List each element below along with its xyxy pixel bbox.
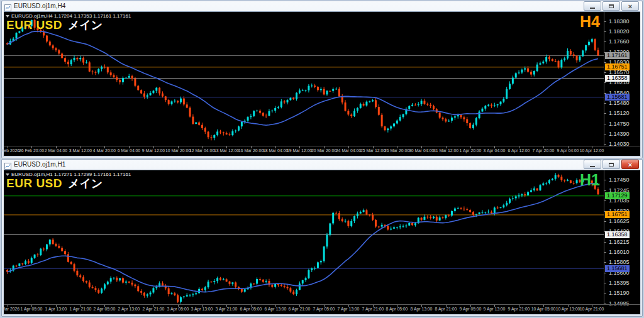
candlestick [195,293,197,295]
minimize-icon [590,8,595,9]
candlestick [552,59,553,61]
candlestick [567,180,569,181]
candlestick [430,217,431,218]
candlestick [512,78,514,84]
candlestick [494,207,496,213]
candlestick [357,214,358,216]
candlestick [268,111,270,116]
maximize-button[interactable] [602,1,620,11]
time-tick-label: 9 Apr 13:00 [484,307,506,312]
candlestick [74,264,75,270]
candlestick [329,223,331,234]
candlestick [134,285,136,287]
candlestick [487,212,489,212]
candlestick [82,277,84,281]
candlestick [521,70,523,73]
price-axis[interactable]: 1.174501.172451.170351.168301.166251.164… [604,170,640,305]
window-titlebar[interactable]: EURUSD.oj1m,H1 × [2,160,642,169]
candlestick [55,244,57,246]
time-tick-label: 9 Apr 21:00 [508,307,530,312]
candlestick [539,185,541,190]
candlestick [140,291,142,292]
candlestick [287,100,289,102]
dropdown-arrow-icon[interactable] [6,173,9,176]
dropdown-arrow-icon[interactable] [6,15,9,18]
candlestick [329,91,331,92]
candlestick [265,281,267,282]
candlestick [585,45,587,50]
candlestick [323,89,325,95]
price-tick-label: 1.15120 [609,110,630,116]
candlestick [119,80,121,82]
candlestick [25,261,26,264]
watermark-note-text: メイン [68,177,103,190]
candlestick [332,89,334,91]
candlestick [152,90,154,92]
minimize-icon [590,166,595,167]
time-tick-label: 25 Mar 12:00 [360,148,386,153]
candlestick [524,194,526,195]
candlestick [137,286,139,291]
candlestick [271,285,273,287]
candlestick [441,118,443,119]
candlestick [341,219,343,221]
close-button[interactable]: × [621,160,639,169]
time-tick-label: 24 Mar 04:00 [336,148,361,153]
window-titlebar[interactable]: EURUSD.oj1m,H4 × [2,1,642,11]
candlestick [399,117,401,121]
candlestick [381,225,383,227]
candlestick [433,217,435,219]
time-tick-label: 31 Mar 12:00 [433,148,458,153]
candlestick [345,221,347,221]
maximize-button[interactable] [602,160,620,169]
time-tick-label: 6 Mar 04:00 [118,148,140,153]
price-tick [604,242,606,243]
candlestick [423,101,425,104]
price-tick-label: 1.16010 [609,249,630,255]
time-axis[interactable]: 25 Feb 202626 Feb 20:002 Mar 04:003 Mar … [4,146,640,156]
candlestick [216,278,218,281]
close-button[interactable]: × [621,1,639,11]
chart-canvas-h4[interactable]: EURUSD.oj1m,H4 1.17204 1.17353 1.17161 1… [4,11,640,156]
price-axis[interactable]: 1.183801.180201.176601.172901.169301.165… [604,12,640,146]
chart-canvas-h1[interactable]: EURUSD.oj1m,H1 1.17271 1.17299 1.17161 1… [4,170,640,314]
minimize-button[interactable] [584,160,601,169]
candlestick [357,108,358,111]
candlestick [216,131,218,134]
time-tick-label: 10 Apr 13:00 [555,307,580,312]
candlestick [70,60,72,64]
candlestick [527,192,529,195]
candlestick [104,284,106,288]
time-tick-label: 16 Mar 20:00 [238,148,264,153]
candlestick [527,69,529,72]
candlestick [387,128,389,130]
candlestick [548,57,550,59]
candlestick [204,287,206,290]
time-tick-label: 1 Apr 05:00 [21,307,43,312]
candlestick [292,98,294,99]
candlestick [67,254,69,261]
candlestick [576,56,578,60]
time-tick-label: 7 Apr 20:00 [532,148,554,153]
candlestick [140,90,142,93]
window-title: EURUSD.oj1m,H4 [14,3,65,9]
candlestick [137,86,139,90]
candlestick [226,133,228,134]
candlestick [560,177,562,180]
time-axis[interactable]: 31 Mar 20261 Apr 05:001 Apr 13:001 Apr 2… [4,304,640,314]
candlestick [180,99,182,102]
candlestick [545,183,547,184]
candlestick [241,122,243,126]
candlestick [292,292,294,294]
minimize-button[interactable] [584,1,601,11]
candlestick [253,111,255,116]
candlestick [506,203,508,206]
price-tick [604,134,606,134]
candlestick [55,48,57,50]
candlestick [375,100,377,107]
candlestick [530,190,532,192]
candlestick [280,285,282,286]
candlestick [97,290,99,293]
candlestick [345,102,347,111]
candlestick [89,282,91,287]
